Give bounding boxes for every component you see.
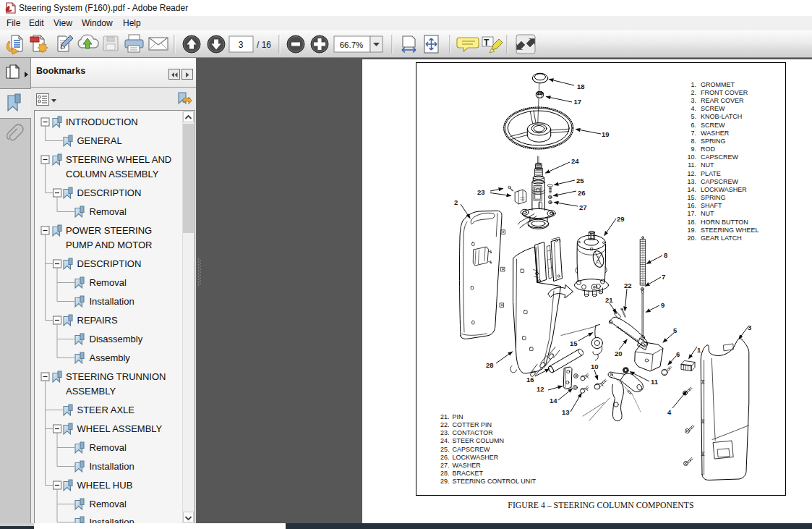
svg-text:17.: 17. — [687, 210, 696, 217]
svg-text:9: 9 — [661, 301, 664, 309]
svg-text:1: 1 — [697, 346, 701, 354]
svg-text:21: 21 — [605, 296, 613, 304]
svg-text:14.: 14. — [687, 186, 696, 193]
svg-text:28.: 28. — [440, 470, 450, 477]
svg-text:PLATE: PLATE — [701, 170, 721, 177]
svg-text:66.7%: 66.7% — [340, 41, 364, 49]
svg-text:LOCKWASHER: LOCKWASHER — [701, 186, 747, 193]
svg-text:26.: 26. — [440, 454, 450, 461]
svg-text:5.: 5. — [691, 113, 696, 120]
svg-text:GROMMET: GROMMET — [701, 81, 735, 88]
svg-text:CONTACTOR: CONTACTOR — [453, 429, 494, 436]
svg-text:24.: 24. — [440, 437, 450, 444]
svg-text:SHAFT: SHAFT — [701, 202, 722, 209]
svg-text:25: 25 — [576, 177, 584, 185]
svg-text:7: 7 — [662, 273, 665, 281]
svg-text:25.: 25. — [440, 446, 450, 453]
svg-text:12: 12 — [537, 385, 544, 393]
svg-text:22.: 22. — [440, 421, 450, 428]
svg-text:STEERING CONTROL UNIT: STEERING CONTROL UNIT — [453, 478, 537, 485]
svg-text:19.: 19. — [687, 227, 696, 234]
svg-text:29.: 29. — [440, 478, 450, 485]
svg-text:CAPSCREW: CAPSCREW — [453, 446, 491, 453]
svg-text:12.: 12. — [687, 170, 696, 177]
svg-text:3: 3 — [239, 40, 244, 50]
svg-text:4: 4 — [667, 408, 672, 416]
svg-text:27: 27 — [579, 203, 587, 211]
svg-text:6: 6 — [676, 350, 680, 358]
svg-text:CAPSCREW: CAPSCREW — [701, 153, 739, 161]
svg-text:1.: 1. — [691, 81, 696, 88]
svg-text:16: 16 — [526, 376, 534, 384]
svg-text:REAR COVER: REAR COVER — [701, 97, 744, 104]
svg-text:T: T — [484, 38, 490, 48]
svg-text:15: 15 — [570, 339, 578, 347]
svg-text:20: 20 — [615, 350, 623, 357]
svg-text:3: 3 — [748, 323, 751, 331]
svg-text:10.: 10. — [687, 153, 696, 161]
svg-text:LOCKWASHER: LOCKWASHER — [453, 454, 499, 461]
svg-text:18.: 18. — [687, 219, 696, 226]
svg-text:8: 8 — [664, 251, 667, 259]
svg-text:NUT: NUT — [701, 210, 714, 217]
svg-text:27.: 27. — [440, 462, 450, 469]
svg-text:13: 13 — [562, 408, 570, 416]
svg-text:23: 23 — [477, 188, 485, 196]
svg-text:7.: 7. — [691, 130, 696, 137]
svg-text:14: 14 — [550, 397, 557, 405]
svg-text:2.: 2. — [691, 89, 696, 96]
svg-text:2: 2 — [454, 198, 458, 206]
svg-text:11: 11 — [651, 378, 659, 386]
svg-text:SCREW: SCREW — [701, 122, 725, 129]
svg-text:SPRING: SPRING — [701, 137, 726, 145]
svg-text:4.: 4. — [691, 105, 696, 112]
svg-text:SCREW: SCREW — [701, 105, 725, 112]
svg-text:3.: 3. — [691, 97, 696, 104]
svg-text:9.: 9. — [691, 145, 696, 153]
svg-text:15.: 15. — [687, 194, 696, 201]
svg-text:21.: 21. — [440, 413, 450, 420]
svg-text:10: 10 — [591, 363, 599, 371]
svg-text:STEERING WHEEL: STEERING WHEEL — [701, 227, 759, 234]
svg-text:23.: 23. — [440, 429, 450, 436]
svg-text:SPRING: SPRING — [701, 194, 726, 201]
svg-text:GEAR LATCH: GEAR LATCH — [701, 234, 742, 242]
svg-text:COTTER PIN: COTTER PIN — [453, 421, 492, 428]
svg-text:WASHER: WASHER — [453, 462, 482, 469]
svg-text:NUT: NUT — [701, 161, 714, 169]
svg-text:26: 26 — [578, 189, 586, 197]
svg-text:16.: 16. — [687, 202, 696, 209]
svg-text:KNOB-LATCH: KNOB-LATCH — [701, 113, 742, 120]
svg-text:17: 17 — [574, 98, 582, 106]
svg-text:11.: 11. — [688, 161, 696, 169]
svg-text:6.: 6. — [691, 122, 696, 129]
svg-text:PIN: PIN — [453, 413, 463, 420]
svg-text:24: 24 — [571, 157, 579, 165]
svg-text:8.: 8. — [691, 137, 696, 145]
svg-text:/ 16: / 16 — [257, 40, 271, 50]
svg-text:22: 22 — [624, 282, 632, 289]
svg-text:20.: 20. — [687, 234, 696, 242]
svg-text:WASHER: WASHER — [701, 130, 730, 137]
svg-text:28: 28 — [486, 361, 494, 369]
svg-text:FRONT COVER: FRONT COVER — [701, 89, 748, 96]
svg-text:HORN BUTTON: HORN BUTTON — [701, 219, 748, 226]
svg-text:29: 29 — [617, 215, 625, 223]
svg-text:13.: 13. — [687, 178, 696, 185]
svg-text:19: 19 — [602, 130, 610, 138]
svg-text:ROD: ROD — [701, 145, 716, 153]
svg-text:BRACKET: BRACKET — [453, 470, 484, 477]
svg-text:18: 18 — [577, 82, 585, 90]
svg-text:CAPSCREW: CAPSCREW — [701, 178, 739, 185]
svg-text:STEER COLUMN: STEER COLUMN — [453, 437, 505, 444]
